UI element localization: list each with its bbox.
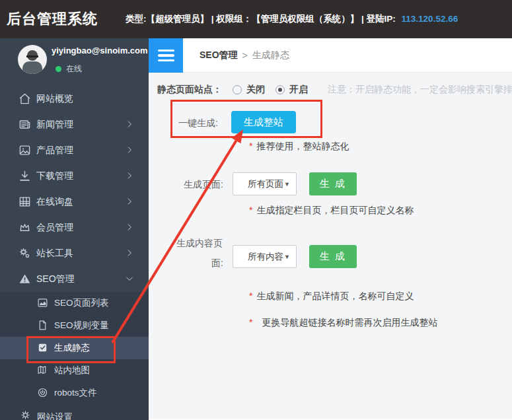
chevron-right-icon [125,171,134,180]
static-site-row: 静态页面站点： 关闭 开启 注意：开启静态功能，一定会影响搜索引擎排名，建 [157,84,512,96]
user-email: yiyingbao@sinoim.com [52,46,148,55]
sidebar-item-site-overview[interactable]: 网站概览 [0,86,149,112]
sidebar-menu: 网站概览 新闻管理 产品管理 下载管理 在线询盘 [0,86,149,292]
sidebar-item-label: robots文件 [54,387,97,399]
grid-table-icon [18,195,31,208]
radio-off[interactable] [233,85,242,94]
generate-pages-button[interactable]: 生 成 [309,172,357,195]
static-site-label: 静态页面站点： [157,84,222,96]
sidebar-item-members[interactable]: 会员管理 [0,215,149,240]
file-icon [37,320,48,331]
breadcrumb-separator: > [242,50,248,61]
gears-icon [18,247,31,260]
content-select-value: 所有内容 [248,251,283,263]
sidebar-item-label: SEO页面列表 [54,297,109,309]
sidebar-item-products[interactable]: 产品管理 [0,137,149,163]
select-caret-icon: ▼ [284,254,290,260]
hamburger-icon-bar [158,54,174,57]
sidebar-item-webmaster-tools[interactable]: 站长工具 [0,240,149,266]
robots-circle-icon [37,387,48,398]
gen-page-label: 生成页面: [175,179,223,191]
radio-on-label[interactable]: 开启 [289,84,308,96]
note-text: 生成指定栏目页，栏目页可自定义名称 [256,205,414,215]
login-ip: 113.120.52.66 [402,14,458,24]
main-area: SEO管理 > 生成静态 静态页面站点： 关闭 开启 注意：开启静态功能，一定会… [149,38,512,420]
content-topbar: SEO管理 > 生成静态 [149,38,512,73]
chevron-right-icon [125,248,134,258]
sidebar-item-downloads[interactable]: 下载管理 [0,163,149,189]
chevron-right-icon [125,197,134,206]
news-icon [18,118,31,131]
sidebar-item-seo[interactable]: SEO管理 [0,266,149,292]
sidebar-item-label: 新闻管理 [36,119,73,131]
online-dot-icon [55,66,61,72]
generate-content-button[interactable]: 生 成 [309,245,357,268]
static-site-notice: 注意：开启静态功能，一定会影响搜索引擎排名，建 [328,84,512,96]
one-click-label: 一键生成: [178,118,218,129]
generate-whole-site-button[interactable]: 生成整站 [231,111,296,133]
required-star: * [249,141,252,151]
required-star: * [249,317,252,328]
avatar-silhouette [22,61,42,74]
sidebar-item-label: 在线询盘 [36,196,73,208]
app-title: 后台管理系统 [7,9,98,29]
sidebar-item-news[interactable]: 新闻管理 [0,112,149,137]
required-star: * [249,291,252,301]
sidebar-item-robots-file[interactable]: robots文件 [0,382,149,404]
sidebar-item-label: 网站概览 [36,93,73,105]
gear-icon [20,409,31,420]
radio-on[interactable] [275,85,285,94]
sidebar-toggle-button[interactable] [149,38,183,73]
chevron-right-icon [125,223,134,232]
gen-content-note: *生成新闻，产品详情页，名称可自定义 [249,291,414,302]
extra-note: *更换导航超链接名称时需再次启用生成整站 [249,317,437,329]
chevron-right-icon [125,145,134,155]
sidebar-item-label: SEO规则变量 [54,320,109,332]
sidebar-item-generate-static[interactable]: 生成静态 [0,337,149,359]
chevron-right-icon [125,120,134,129]
sidebar-item-label: 网站设置 [37,411,73,420]
sidebar-item-seo-page-list[interactable]: SEO页面列表 [0,292,149,314]
hamburger-icon [158,50,174,52]
sidebar-item-site-settings[interactable]: 网站设置 [0,404,149,420]
note-text: 生成新闻，产品详情页，名称可自定义 [256,291,414,301]
sidebar-item-label: 会员管理 [36,222,73,234]
generate-static-panel: 静态页面站点： 关闭 开启 注意：开启静态功能，一定会影响搜索引擎排名，建 一键… [149,73,512,419]
sidebar: yiyingbao@sinoim.com 在线 网站概览 新闻管理 产品管理 [0,38,149,420]
warning-triangle-icon [18,273,31,285]
avatar-glasses [26,55,38,57]
avatar[interactable] [18,45,47,74]
radio-off-label[interactable]: 关闭 [246,84,265,96]
note-text: 推荐使用，整站静态化 [256,141,349,151]
gen-content-label-line1: 生成内容页 [176,238,225,250]
sidebar-item-label: 站长工具 [36,248,73,260]
content-select[interactable]: 所有内容 ▼ [233,245,297,268]
sidebar-item-label: 生成静态 [54,342,90,354]
crown-icon [18,221,31,234]
seo-submenu: SEO页面列表 SEO规则变量 生成静态 站内地图 robots文件 网站设置 [0,292,149,420]
sidebar-item-label: 下载管理 [36,170,73,182]
select-caret-icon: ▼ [284,181,290,188]
home-icon [18,92,31,105]
breadcrumb: SEO管理 > 生成静态 [200,38,289,73]
sidebar-item-inquiries[interactable]: 在线询盘 [0,189,149,215]
product-image-icon [18,144,31,157]
download-icon [18,170,31,182]
breadcrumb-section[interactable]: SEO管理 [200,50,238,61]
map-icon [37,365,48,376]
area-chart-icon [37,297,48,308]
session-meta-text: 类型:【超级管理员】 | 权限组：【管理员权限组（系统）】 | 登陆IP: [126,14,396,24]
chevron-down-icon [125,274,134,283]
admin-app: 后台管理系统 类型:【超级管理员】 | 权限组：【管理员权限组（系统）】 | 登… [0,0,512,420]
one-click-note: *推荐使用，整站静态化 [249,141,349,153]
gen-content-label-line2: 面: [175,258,223,269]
breadcrumb-page: 生成静态 [252,50,289,61]
sidebar-item-label: SEO管理 [36,273,75,285]
required-star: * [249,205,252,215]
sidebar-item-label: 产品管理 [36,145,73,157]
sidebar-item-label: 站内地图 [54,365,90,376]
page-select[interactable]: 所有页面 ▼ [233,172,297,195]
sidebar-item-site-map[interactable]: 站内地图 [0,359,149,382]
check-square-icon [37,342,48,353]
sidebar-item-seo-rule-vars[interactable]: SEO规则变量 [0,314,149,337]
